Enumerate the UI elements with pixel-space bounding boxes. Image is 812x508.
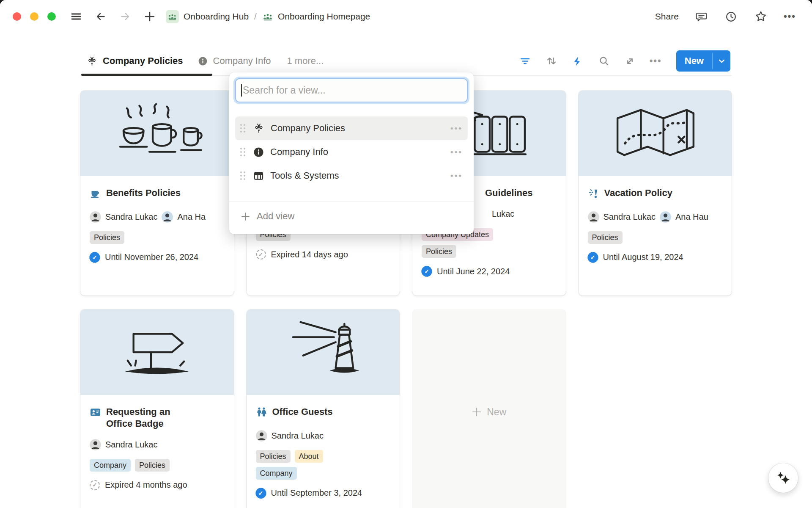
sidebar-menu-icon[interactable] bbox=[69, 10, 83, 23]
view-more-options-icon[interactable]: ••• bbox=[650, 55, 662, 66]
card-cover-lighthouse-doodle bbox=[247, 309, 400, 395]
tab-label: Company Info bbox=[213, 55, 271, 66]
tag: Policies bbox=[256, 450, 291, 463]
view-row-company-info[interactable]: Company Info ••• bbox=[235, 140, 468, 164]
new-card-label: New bbox=[487, 406, 506, 418]
avatar bbox=[90, 211, 101, 223]
search-icon[interactable] bbox=[597, 54, 611, 68]
minimize-window-button[interactable] bbox=[30, 12, 38, 21]
avatar bbox=[90, 439, 101, 450]
status-text: Expired 14 days ago bbox=[271, 250, 348, 260]
table-icon bbox=[253, 170, 264, 182]
info-icon bbox=[253, 146, 264, 158]
traffic-lights bbox=[13, 12, 56, 21]
ai-assistant-button[interactable] bbox=[768, 463, 798, 493]
history-clock-icon[interactable] bbox=[724, 10, 738, 23]
expired-check-icon: ✓ bbox=[90, 480, 100, 490]
onboarding-hub-people-icon bbox=[166, 10, 179, 23]
card-cover-folded-map-doodle bbox=[579, 91, 732, 176]
status-text: Until June 22, 2024 bbox=[437, 267, 510, 276]
comments-icon[interactable] bbox=[695, 10, 708, 23]
sparkles-icon bbox=[774, 469, 792, 487]
avatar bbox=[588, 211, 599, 223]
tag: Policies bbox=[135, 459, 170, 472]
tab-company-policies[interactable]: Company Policies bbox=[86, 55, 183, 67]
card-vacation-policy[interactable]: Vacation Policy Sandra Lukac Ana Hau bbox=[579, 91, 732, 295]
forward-icon[interactable] bbox=[118, 10, 132, 23]
person-chip: Sandra Lukac bbox=[256, 430, 324, 442]
tag: About bbox=[295, 450, 323, 463]
view-search-input[interactable] bbox=[235, 78, 468, 102]
new-page-plus-icon[interactable] bbox=[143, 10, 156, 23]
sort-icon[interactable] bbox=[545, 54, 558, 68]
view-list: Company Policies ••• Company Info ••• To… bbox=[235, 116, 468, 188]
plus-icon bbox=[240, 211, 251, 222]
breadcrumb-item[interactable]: Onboarding Hub bbox=[184, 11, 249, 22]
view-row-menu-icon[interactable]: ••• bbox=[450, 147, 463, 157]
app-window: Onboarding Hub / Onboarding Homepage Sha… bbox=[0, 0, 812, 508]
two-people-icon bbox=[256, 406, 267, 421]
verified-badge-icon: ✓ bbox=[90, 252, 100, 262]
view-row-label: Company Info bbox=[270, 146, 328, 157]
view-actions-toolbar: ••• New bbox=[518, 49, 730, 73]
dropdown-divider bbox=[229, 202, 474, 202]
drag-handle-icon[interactable] bbox=[240, 148, 245, 156]
verified-badge-icon: ✓ bbox=[256, 488, 266, 498]
card-cover-signpost-doodle bbox=[80, 309, 234, 395]
status-text: Until November 26, 2024 bbox=[105, 252, 198, 262]
new-button: New bbox=[676, 50, 730, 72]
coffee-cup-icon bbox=[90, 188, 101, 202]
status-text: Expired 4 months ago bbox=[105, 480, 187, 490]
view-row-menu-icon[interactable]: ••• bbox=[450, 124, 463, 133]
filter-icon[interactable] bbox=[518, 54, 532, 68]
card-title: Benefits Policies bbox=[106, 187, 181, 199]
avatar bbox=[162, 211, 173, 223]
avatar bbox=[660, 211, 671, 223]
back-icon[interactable] bbox=[94, 10, 107, 23]
view-row-tools-systems[interactable]: Tools & Systems ••• bbox=[235, 164, 468, 188]
card-requesting-office-badge[interactable]: Requesting an Office Badge Sandra Lukac … bbox=[80, 309, 234, 508]
drag-handle-icon[interactable] bbox=[240, 171, 245, 180]
person-chip: Lukac bbox=[492, 209, 514, 219]
card-benefits-policies[interactable]: Benefits Policies Sandra Lukac Ana Ha bbox=[80, 91, 234, 295]
more-tabs-button[interactable]: 1 more... bbox=[287, 55, 324, 66]
view-row-label: Tools & Systems bbox=[270, 170, 339, 181]
person-name: Sandra Lukac bbox=[105, 440, 157, 450]
person-chip: Ana Hau bbox=[660, 211, 708, 223]
bee-icon bbox=[253, 122, 265, 134]
breadcrumb-item[interactable]: Onboarding Homepage bbox=[278, 11, 370, 22]
person-name-visible-part: Lukac bbox=[492, 209, 514, 219]
card-title: Office Guests bbox=[272, 406, 333, 418]
share-button[interactable]: Share bbox=[655, 11, 679, 22]
view-tabs: Company Policies Company Info 1 more... bbox=[86, 49, 324, 73]
tab-company-info[interactable]: Company Info bbox=[198, 55, 271, 66]
status-text: Until August 19, 2024 bbox=[603, 252, 683, 262]
id-badge-icon bbox=[90, 406, 101, 421]
verified-badge-icon: ✓ bbox=[422, 266, 432, 276]
view-row-company-policies[interactable]: Company Policies ••• bbox=[235, 116, 468, 140]
zoom-window-button[interactable] bbox=[47, 12, 56, 21]
tag: Policies bbox=[588, 231, 623, 244]
plus-icon bbox=[472, 407, 482, 417]
card-cover-coffee-mugs-doodle bbox=[80, 91, 234, 176]
new-card-button[interactable]: New bbox=[412, 309, 566, 508]
new-button-chevron[interactable] bbox=[713, 50, 730, 72]
onboarding-homepage-people-icon bbox=[262, 11, 273, 22]
favorite-star-icon[interactable] bbox=[754, 10, 768, 23]
new-button-main[interactable]: New bbox=[676, 50, 712, 72]
view-row-menu-icon[interactable]: ••• bbox=[450, 171, 463, 180]
window-topbar: Onboarding Hub / Onboarding Homepage Sha… bbox=[0, 0, 812, 33]
card-office-guests[interactable]: Office Guests Sandra Lukac Policies Abou… bbox=[247, 309, 400, 508]
card-title-visible-part: Guidelines bbox=[485, 187, 532, 199]
close-window-button[interactable] bbox=[13, 12, 21, 21]
drag-handle-icon[interactable] bbox=[240, 124, 245, 133]
more-options-icon[interactable]: ••• bbox=[784, 11, 796, 22]
automations-zap-icon[interactable] bbox=[571, 54, 584, 68]
add-view-button[interactable]: Add view bbox=[235, 204, 468, 228]
expand-view-icon[interactable] bbox=[623, 54, 637, 68]
bee-icon bbox=[86, 55, 98, 67]
add-view-label: Add view bbox=[257, 211, 294, 222]
tag: Policies bbox=[90, 231, 124, 244]
breadcrumb: Onboarding Hub / Onboarding Homepage bbox=[166, 10, 370, 23]
info-icon bbox=[198, 56, 208, 66]
